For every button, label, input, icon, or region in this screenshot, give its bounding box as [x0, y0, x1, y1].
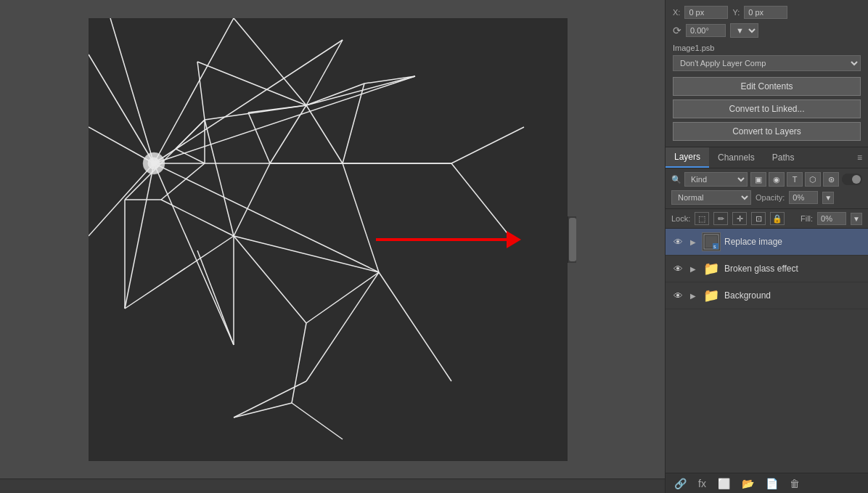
rotation-dropdown[interactable]: ▼ — [730, 23, 758, 38]
filter-shape-btn[interactable]: ⬡ — [805, 172, 821, 187]
arrow-line — [376, 238, 507, 241]
tab-channels[interactable]: Channels — [709, 148, 763, 167]
folder-icon-1: 📁 — [703, 261, 719, 277]
layer-name-0: Replace image — [724, 237, 862, 247]
x-input[interactable] — [684, 6, 728, 19]
filter-adjustment-btn[interactable]: ◉ — [769, 172, 785, 187]
fill-input[interactable] — [817, 212, 846, 225]
svg-point-36 — [152, 161, 156, 166]
opacity-label: Opacity: — [756, 193, 785, 202]
opacity-input[interactable] — [789, 191, 818, 204]
folder-icon-2: 📁 — [703, 288, 719, 303]
visibility-toggle-2[interactable]: 👁 — [671, 289, 684, 302]
layer-list: 👁 ▶ s Replace image 👁 ▶ — [666, 229, 868, 473]
expand-icon-0[interactable]: ▶ — [688, 237, 698, 247]
rotation-input[interactable] — [686, 24, 726, 37]
layer-comp-dropdown[interactable]: Don't Apply Layer Comp — [673, 55, 861, 71]
lock-transform-btn[interactable]: ✛ — [732, 212, 747, 225]
filter-toggle[interactable] — [842, 174, 862, 185]
fx-icon[interactable]: fx — [695, 476, 709, 491]
convert-layers-button[interactable]: Convert to Layers — [673, 122, 861, 141]
filter-pixel-btn[interactable]: ▣ — [750, 172, 766, 187]
main-area — [0, 0, 665, 493]
lock-row: Lock: ⬚ ✏ ✛ ⊡ 🔒 Fill: ▼ — [666, 209, 868, 229]
filter-row: 🔍 Kind ▣ ◉ T ⬡ ⊛ — [671, 172, 862, 187]
layer-item-background[interactable]: 👁 ▶ 📁 Background — [666, 282, 868, 309]
blend-mode-dropdown[interactable]: Normal — [671, 190, 751, 205]
scrollbar-thumb[interactable] — [569, 218, 576, 261]
layers-section: Layers Channels Paths ≡ 🔍 Kind ▣ ◉ T — [666, 147, 868, 493]
layers-bottom-toolbar: 🔗 fx ⬜ 📂 📄 🗑 — [666, 473, 868, 493]
coordinates-row: X: Y: — [673, 6, 861, 19]
layers-filters: 🔍 Kind ▣ ◉ T ⬡ ⊛ Normal — [666, 168, 868, 209]
expand-icon-1[interactable]: ▶ — [688, 264, 698, 274]
filter-smart-btn[interactable]: ⊛ — [823, 172, 839, 187]
fill-dropdown-btn[interactable]: ▼ — [851, 213, 862, 225]
layer-item-replace-image[interactable]: 👁 ▶ s Replace image — [666, 229, 868, 256]
panel-menu-icon[interactable]: ≡ — [851, 150, 868, 166]
expand-icon-2[interactable]: ▶ — [688, 290, 698, 301]
y-input[interactable] — [744, 6, 787, 19]
svg-text:s: s — [713, 244, 716, 249]
filter-toggle-knob — [852, 175, 861, 184]
tab-paths[interactable]: Paths — [763, 148, 803, 167]
arrow-head — [507, 231, 521, 248]
x-label: X: — [673, 8, 680, 17]
lock-all-btn[interactable]: 🔒 — [770, 212, 785, 225]
layer-item-broken-glass[interactable]: 👁 ▶ 📁 Broken glass effect — [666, 256, 868, 282]
new-layer-icon[interactable]: 📄 — [763, 476, 781, 491]
y-label: Y: — [732, 8, 740, 17]
layer-thumb-2: 📁 — [702, 286, 721, 305]
rotation-row: ⟳ ▼ — [673, 23, 861, 38]
filter-kind-dropdown[interactable]: Kind — [684, 172, 748, 187]
opacity-dropdown-btn[interactable]: ▼ — [822, 192, 834, 204]
edit-contents-button[interactable]: Edit Contents — [673, 77, 861, 96]
buttons-row: Edit Contents Convert to Linked... Conve… — [673, 77, 861, 141]
vertical-scrollbar[interactable] — [568, 216, 576, 263]
delete-icon[interactable]: 🗑 — [787, 476, 803, 491]
new-group-icon[interactable]: 📂 — [739, 476, 757, 491]
lock-pixels-btn[interactable]: ⬚ — [695, 212, 709, 225]
bottom-bar — [0, 478, 665, 493]
layer-name-2: Background — [724, 290, 862, 301]
link-icon[interactable]: 🔗 — [671, 476, 689, 491]
canvas-image — [89, 18, 568, 461]
layers-tabs: Layers Channels Paths ≡ — [666, 147, 868, 168]
visibility-toggle-1[interactable]: 👁 — [671, 262, 684, 275]
layer-thumb-0: s — [702, 232, 721, 251]
layer-thumb-1: 📁 — [702, 259, 721, 278]
lock-label: Lock: — [671, 214, 690, 223]
tab-layers[interactable]: Layers — [666, 147, 709, 168]
properties-section: X: Y: ⟳ ▼ Image1.psb Don't Apply Layer C… — [666, 0, 868, 147]
arrow-pointer — [376, 231, 521, 248]
mask-icon[interactable]: ⬜ — [715, 476, 733, 491]
search-icon: 🔍 — [671, 175, 681, 184]
blend-opacity-row: Normal Opacity: ▼ — [671, 190, 862, 205]
fill-label: Fill: — [801, 214, 813, 223]
visibility-toggle-0[interactable]: 👁 — [671, 235, 684, 248]
lock-artboard-btn[interactable]: ⊡ — [751, 212, 766, 225]
smart-object-thumb: s — [703, 233, 720, 250]
rotation-icon: ⟳ — [673, 25, 681, 36]
lock-position-btn[interactable]: ✏ — [713, 212, 728, 225]
layer-name-1: Broken glass effect — [724, 264, 862, 274]
file-label: Image1.psb — [673, 44, 861, 52]
convert-linked-button[interactable]: Convert to Linked... — [673, 99, 861, 118]
right-panel: X: Y: ⟳ ▼ Image1.psb Don't Apply Layer C… — [665, 0, 868, 493]
canvas-container — [0, 0, 665, 478]
filter-icons: ▣ ◉ T ⬡ ⊛ — [750, 172, 839, 187]
filter-type-btn[interactable]: T — [787, 172, 803, 187]
